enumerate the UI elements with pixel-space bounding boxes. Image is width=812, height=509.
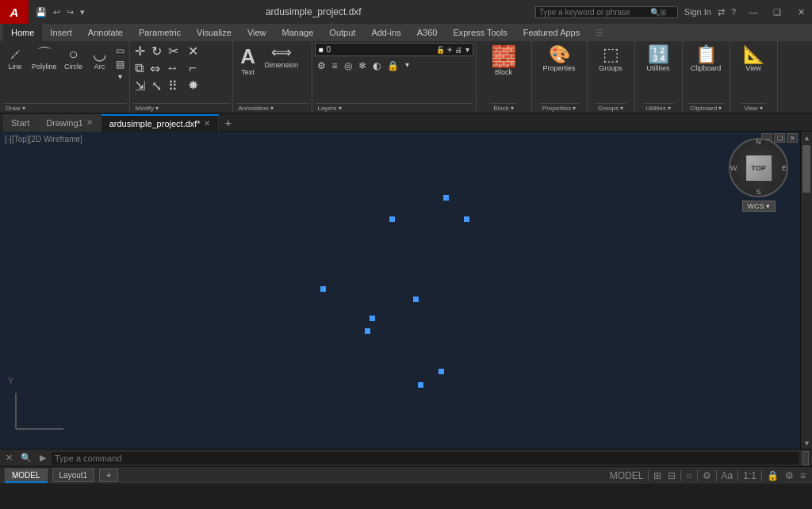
tab-visualize[interactable]: Visualize bbox=[189, 24, 239, 41]
layer-match-btn[interactable]: ≡ bbox=[330, 59, 340, 72]
point-marker[interactable] bbox=[370, 316, 375, 321]
point-marker[interactable] bbox=[439, 369, 444, 374]
nav-cube-circle[interactable]: N S W E TOP bbox=[729, 138, 788, 197]
dimension-button[interactable]: ⟺ Dimension bbox=[262, 43, 302, 71]
point-marker[interactable] bbox=[413, 297, 419, 302]
array-button[interactable]: ⠿ bbox=[166, 78, 180, 94]
scroll-thumb[interactable] bbox=[802, 145, 810, 193]
minimize-btn[interactable]: — bbox=[742, 3, 764, 21]
arc-button[interactable]: ◡ Arc bbox=[87, 43, 113, 73]
tab-ardusimple-close[interactable]: ✕ bbox=[204, 119, 210, 128]
point-marker[interactable] bbox=[443, 195, 449, 201]
text-button[interactable]: A Text bbox=[236, 43, 261, 78]
tab-parametric[interactable]: Parametric bbox=[131, 24, 189, 41]
move-button[interactable]: ✛ bbox=[132, 43, 147, 59]
undo-btn[interactable]: ↩ bbox=[51, 6, 63, 18]
model-indicator[interactable]: MODEL bbox=[608, 470, 645, 481]
search-box[interactable]: 🔍 ⊞ bbox=[535, 6, 678, 18]
extend-button[interactable]: ↔ bbox=[164, 60, 182, 77]
tab-ardusimple[interactable]: ardusimple_project.dxf* ✕ bbox=[102, 114, 219, 132]
scroll-down-arrow[interactable]: ▼ bbox=[801, 437, 812, 449]
workspace-icon[interactable]: ⚙ bbox=[701, 470, 713, 481]
clipboard-button[interactable]: 📋 Clipboard bbox=[688, 43, 725, 75]
layer-lock-btn[interactable]: 🔒 bbox=[385, 59, 401, 72]
rotate-button[interactable]: ↻ bbox=[149, 43, 164, 59]
clipboard-group-label[interactable]: Clipboard ▾ bbox=[687, 103, 725, 113]
block-button[interactable]: 🧱 Block bbox=[488, 43, 519, 78]
draw-group-label[interactable]: Draw ▾ bbox=[2, 103, 127, 113]
circle-button[interactable]: ○ Circle bbox=[61, 43, 86, 73]
layer-freeze-btn[interactable]: ❄ bbox=[356, 59, 369, 72]
zoom-level[interactable]: 1:1 bbox=[741, 470, 758, 481]
point-marker[interactable] bbox=[418, 382, 423, 388]
fillet-button[interactable]: ⌐ bbox=[186, 60, 201, 76]
tab-insert[interactable]: Insert bbox=[42, 24, 80, 41]
point-marker[interactable] bbox=[389, 216, 395, 222]
annotation-group-label[interactable]: Annotation ▾ bbox=[236, 103, 309, 113]
more-icon[interactable]: ≡ bbox=[799, 470, 807, 481]
utilities-group-label[interactable]: Utilities ▾ bbox=[642, 103, 674, 113]
tab-home[interactable]: Home bbox=[3, 24, 42, 41]
mirror-button[interactable]: ⇔ bbox=[147, 60, 163, 77]
rect-button[interactable]: ▭ bbox=[113, 44, 127, 57]
cmd-arrow-btn[interactable]: ▶ bbox=[37, 453, 48, 463]
copy-button[interactable]: ⧉ bbox=[132, 60, 146, 77]
tab-output[interactable]: Output bbox=[321, 24, 363, 41]
add-layout-btn[interactable]: + bbox=[99, 469, 118, 482]
utilities-button[interactable]: 🔢 Utilities bbox=[644, 43, 673, 75]
cmd-close-btn[interactable]: ✕ bbox=[3, 453, 15, 463]
scroll-up-arrow[interactable]: ▲ bbox=[801, 132, 812, 144]
save-btn[interactable]: 💾 bbox=[33, 6, 49, 18]
snap-icon[interactable]: ⊟ bbox=[666, 470, 677, 481]
tab-start[interactable]: Start bbox=[3, 114, 38, 132]
viewport-close-btn[interactable]: ✕ bbox=[787, 133, 798, 143]
tab-featuredapps[interactable]: Featured Apps bbox=[515, 24, 588, 41]
trim-button[interactable]: ✂ bbox=[166, 43, 181, 59]
layer-dropdown-arrow[interactable]: ▾ bbox=[465, 45, 469, 54]
signin-btn[interactable]: Sign In bbox=[684, 7, 711, 17]
block-group-label[interactable]: Block ▾ bbox=[490, 103, 517, 113]
search-icon[interactable]: 🔍 bbox=[650, 8, 660, 17]
command-scrollbar[interactable] bbox=[802, 451, 809, 465]
more-btn[interactable]: ▾ bbox=[78, 6, 87, 18]
nav-cube[interactable]: N S W E TOP WCS ▾ bbox=[729, 138, 788, 217]
view-button[interactable]: 📐 View bbox=[740, 43, 768, 75]
search-input[interactable] bbox=[539, 8, 650, 17]
layer-props-btn[interactable]: ⚙ bbox=[315, 59, 328, 72]
viewport-scrollbar[interactable]: ▲ ▼ bbox=[800, 132, 812, 449]
grid-icon[interactable]: ⊞ bbox=[652, 470, 663, 481]
command-input[interactable] bbox=[52, 452, 799, 465]
exchange-icon[interactable]: ⇄ bbox=[718, 7, 725, 17]
wcs-label[interactable]: WCS ▾ bbox=[742, 201, 776, 212]
layers-group-label[interactable]: Layers ▾ bbox=[315, 103, 473, 113]
redo-btn[interactable]: ↪ bbox=[64, 6, 76, 18]
settings-icon[interactable]: ⚙ bbox=[783, 470, 795, 481]
maximize-btn[interactable]: ❑ bbox=[766, 3, 788, 21]
orbit-icon[interactable]: ○ bbox=[684, 470, 693, 481]
tab-view[interactable]: View bbox=[239, 24, 274, 41]
help-icon[interactable]: ? bbox=[731, 7, 736, 17]
new-tab-btn[interactable]: + bbox=[219, 115, 238, 131]
groups-button[interactable]: ⬚ Groups bbox=[596, 43, 626, 75]
cmd-search-btn[interactable]: 🔍 bbox=[18, 453, 34, 463]
layer-more-btn[interactable]: ▾ bbox=[403, 59, 412, 72]
search-extra-icon[interactable]: ⊞ bbox=[660, 8, 666, 17]
tab-expresstools[interactable]: Express Tools bbox=[445, 24, 515, 41]
properties-button[interactable]: 🎨 Properties bbox=[540, 43, 579, 75]
nav-cube-top-face[interactable]: TOP bbox=[746, 155, 772, 181]
more-draw-button[interactable]: ▾ bbox=[113, 71, 127, 82]
text-size-icon[interactable]: Aa bbox=[720, 470, 735, 481]
tab-drawing1[interactable]: Drawing1 ✕ bbox=[38, 114, 101, 132]
tab-manage[interactable]: Manage bbox=[274, 24, 322, 41]
tab-addins[interactable]: Add-ins bbox=[363, 24, 408, 41]
app-logo[interactable]: A bbox=[0, 0, 29, 24]
groups-group-label[interactable]: Groups ▾ bbox=[595, 103, 626, 113]
lock-icon[interactable]: 🔒 bbox=[765, 470, 780, 481]
layer-dropdown[interactable]: ■ 0 🔓 ☀ 🖨 ▾ bbox=[315, 43, 473, 56]
polyline-button[interactable]: ⌒ Polyline bbox=[29, 43, 60, 73]
hatch-button[interactable]: ▤ bbox=[113, 58, 127, 71]
point-marker[interactable] bbox=[320, 286, 326, 292]
view-group-label[interactable]: View ▾ bbox=[741, 103, 765, 113]
close-btn[interactable]: ✕ bbox=[790, 3, 812, 21]
line-button[interactable]: ⟋ Line bbox=[2, 43, 28, 73]
